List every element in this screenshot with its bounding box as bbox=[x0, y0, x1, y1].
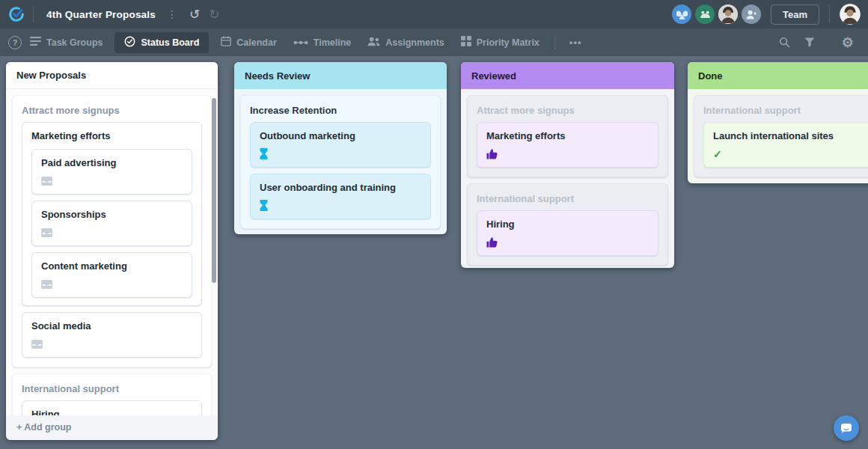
team-button[interactable]: Team bbox=[771, 4, 819, 25]
chat-bubble-icon[interactable] bbox=[834, 415, 859, 441]
card[interactable]: Sponsorships bbox=[31, 201, 192, 246]
group-title[interactable]: Increase Retention bbox=[250, 105, 431, 116]
board-menu-icon[interactable]: ⋮ bbox=[167, 8, 177, 20]
inbox-icon bbox=[41, 227, 183, 238]
column-header[interactable]: New Proposals bbox=[6, 62, 218, 89]
top-bar: 4th Quarter Proposals ⋮ ↺ ↻ bbox=[0, 0, 868, 28]
grid-icon bbox=[461, 36, 471, 49]
frog-avatar-icon[interactable] bbox=[695, 4, 715, 24]
undo-icon[interactable]: ↺ bbox=[189, 8, 200, 21]
card-title: Marketing efforts bbox=[31, 130, 192, 141]
member-avatars bbox=[672, 4, 761, 24]
column-scrollbar[interactable] bbox=[212, 98, 216, 283]
help-icon[interactable]: ? bbox=[8, 36, 22, 49]
check-circle-icon bbox=[124, 36, 135, 49]
list-icon bbox=[30, 37, 41, 48]
status-board: New ProposalsAttract more signupsMarketi… bbox=[0, 56, 868, 449]
card-group: Attract more signupsMarketing effortsPai… bbox=[12, 95, 212, 367]
settings-gear-icon[interactable]: ⚙ bbox=[842, 36, 854, 49]
calendar-icon bbox=[221, 36, 231, 49]
butterfly-avatar-icon[interactable] bbox=[672, 4, 691, 24]
card[interactable]: Social media bbox=[22, 312, 202, 358]
redo-icon: ↻ bbox=[209, 8, 219, 21]
thumbs-up-icon bbox=[486, 236, 649, 248]
card[interactable]: Launch international sites✓ bbox=[703, 122, 868, 168]
column-body: International supportLaunch internationa… bbox=[688, 89, 868, 183]
tab-label: Assignments bbox=[385, 37, 444, 48]
column-body: Increase RetentionOutbound marketingUser… bbox=[234, 89, 447, 234]
column-header[interactable]: Done bbox=[688, 62, 868, 89]
card-title: Paid advertising bbox=[41, 157, 183, 168]
column-header[interactable]: Needs Review bbox=[234, 62, 447, 89]
card-title: Social media bbox=[31, 320, 192, 332]
card[interactable]: User onboarding and training bbox=[250, 174, 431, 219]
view-nav-bar: ? Task Groups Status Board Calendar bbox=[0, 28, 868, 56]
add-group-button[interactable]: + Add group bbox=[6, 415, 218, 440]
card-children: Paid advertisingSponsorshipsContent mark… bbox=[31, 149, 192, 298]
inbox-icon bbox=[41, 278, 183, 290]
board-column: DoneInternational supportLaunch internat… bbox=[688, 62, 868, 183]
group-title[interactable]: Attract more signups bbox=[477, 105, 658, 116]
tab-label: Calendar bbox=[236, 37, 277, 48]
filter-icon[interactable] bbox=[804, 37, 815, 47]
search-icon[interactable] bbox=[779, 37, 790, 48]
tab-label: Status Board bbox=[141, 37, 199, 48]
card[interactable]: Content marketing bbox=[31, 252, 192, 298]
topbar-divider bbox=[33, 6, 34, 22]
column-header[interactable]: Reviewed bbox=[461, 62, 674, 89]
card-title: Marketing efforts bbox=[486, 130, 649, 141]
thumbs-up-icon bbox=[486, 148, 649, 159]
group-title[interactable]: International support bbox=[22, 383, 202, 394]
board-column: New ProposalsAttract more signupsMarketi… bbox=[6, 62, 218, 440]
tab-label: Timeline bbox=[314, 37, 351, 48]
tab-status-board[interactable]: Status Board bbox=[114, 32, 209, 53]
column-body: Attract more signupsMarketing effortsPai… bbox=[6, 89, 218, 440]
tab-priority-matrix[interactable]: Priority Matrix bbox=[453, 28, 548, 56]
card-title: Outbound marketing bbox=[260, 130, 421, 141]
card[interactable]: Marketing effortsPaid advertisingSponsor… bbox=[22, 122, 202, 306]
tab-label: Task Groups bbox=[46, 37, 103, 48]
card-title: User onboarding and training bbox=[260, 182, 421, 193]
card-title: Content marketing bbox=[41, 260, 183, 272]
card[interactable]: Paid advertising bbox=[31, 149, 192, 195]
card-title: Hiring bbox=[486, 219, 649, 230]
group-title[interactable]: International support bbox=[477, 193, 658, 204]
tab-calendar[interactable]: Calendar bbox=[213, 28, 285, 56]
card-group: Increase RetentionOutbound marketingUser… bbox=[240, 95, 441, 229]
card-group: International supportHiring bbox=[467, 183, 668, 266]
card[interactable]: Outbound marketing bbox=[250, 122, 431, 168]
group-title[interactable]: International support bbox=[703, 105, 868, 116]
board-column: Needs ReviewIncrease RetentionOutbound m… bbox=[234, 62, 447, 234]
tab-assignments[interactable]: Assignments bbox=[359, 28, 453, 56]
card[interactable]: Hiring bbox=[477, 210, 658, 256]
card[interactable]: Marketing efforts bbox=[477, 122, 658, 168]
card-title: Sponsorships bbox=[41, 209, 183, 220]
group-title[interactable]: Attract more signups bbox=[22, 105, 202, 116]
timeline-icon bbox=[293, 37, 308, 48]
tab-label: Priority Matrix bbox=[477, 37, 540, 48]
board-title: 4th Quarter Proposals bbox=[46, 9, 156, 20]
user-photo-avatar[interactable] bbox=[718, 4, 738, 24]
card-group: Attract more signupsMarketing efforts bbox=[467, 95, 668, 177]
topbar-divider bbox=[829, 5, 830, 23]
hourglass-icon bbox=[260, 200, 421, 211]
card-title: Launch international sites bbox=[713, 130, 868, 141]
people-icon bbox=[367, 37, 380, 49]
person-add-icon[interactable] bbox=[742, 4, 761, 24]
inbox-icon bbox=[41, 175, 183, 186]
app-logo-icon[interactable] bbox=[8, 6, 25, 22]
more-views-button[interactable]: ••• bbox=[562, 37, 590, 48]
board-column: ReviewedAttract more signupsMarketing ef… bbox=[461, 62, 674, 268]
tab-timeline[interactable]: Timeline bbox=[285, 28, 359, 56]
nav-divider bbox=[554, 36, 555, 49]
check-icon: ✓ bbox=[713, 148, 868, 159]
hourglass-icon bbox=[260, 148, 421, 159]
card-group: International supportLaunch internationa… bbox=[694, 95, 868, 177]
inbox-icon bbox=[31, 338, 192, 349]
tab-task-groups[interactable]: Task Groups bbox=[22, 28, 111, 56]
column-body: Attract more signupsMarketing effortsInt… bbox=[461, 89, 674, 268]
current-user-avatar[interactable] bbox=[840, 4, 861, 25]
